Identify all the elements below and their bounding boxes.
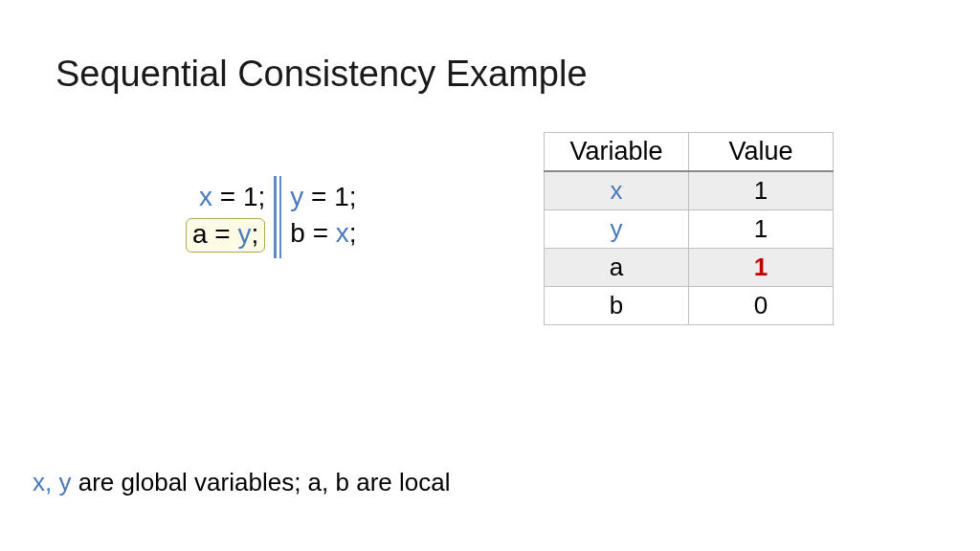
code-text: a — [192, 219, 208, 249]
cell-name: x — [545, 171, 689, 210]
code-var: y — [238, 219, 252, 249]
cell-name: y — [545, 210, 689, 249]
table-header: Variable — [545, 133, 689, 172]
thread-right: y = 1; b = x; — [290, 182, 356, 253]
thread-code-block: x = 1; a = y; y = 1; b = x; — [191, 182, 357, 253]
footnote-vars: x, y — [33, 468, 71, 496]
code-text: = 1; — [212, 182, 265, 211]
cell-name: a — [545, 249, 689, 287]
code-line: x = 1; — [191, 182, 265, 212]
code-line: a = y; — [191, 218, 265, 253]
code-text: ; — [349, 218, 357, 248]
table-row: b 0 — [545, 287, 834, 325]
code-text: b = — [290, 218, 335, 248]
footnote-text: are global variables; a, b are local — [71, 468, 450, 496]
parallel-divider-icon — [269, 182, 286, 253]
highlight-box: a = y; — [186, 218, 265, 253]
thread-left: x = 1; a = y; — [191, 182, 265, 253]
table-header-row: Variable Value — [545, 133, 834, 172]
code-text: = 1; — [303, 182, 356, 211]
cell-value: 1 — [689, 171, 834, 210]
code-var: y — [290, 182, 303, 211]
cell-name: b — [545, 287, 689, 325]
cell-value: 1 — [689, 249, 834, 287]
table-header: Value — [689, 133, 834, 172]
code-line: b = x; — [290, 218, 356, 249]
code-var: x — [199, 182, 212, 211]
cell-value: 0 — [689, 287, 834, 325]
code-text: = — [208, 219, 238, 249]
code-line: y = 1; — [290, 182, 356, 212]
table-row: a 1 — [545, 249, 834, 287]
table-row: y 1 — [545, 210, 834, 249]
code-var: x — [336, 218, 349, 248]
code-text: ; — [252, 219, 259, 249]
table-row: x 1 — [545, 171, 834, 210]
slide-title: Sequential Consistency Example — [56, 54, 588, 95]
footnote: x, y are global variables; a, b are loca… — [33, 468, 450, 497]
variable-table: Variable Value x 1 y 1 a 1 b 0 — [544, 132, 834, 325]
cell-value: 1 — [689, 210, 834, 249]
